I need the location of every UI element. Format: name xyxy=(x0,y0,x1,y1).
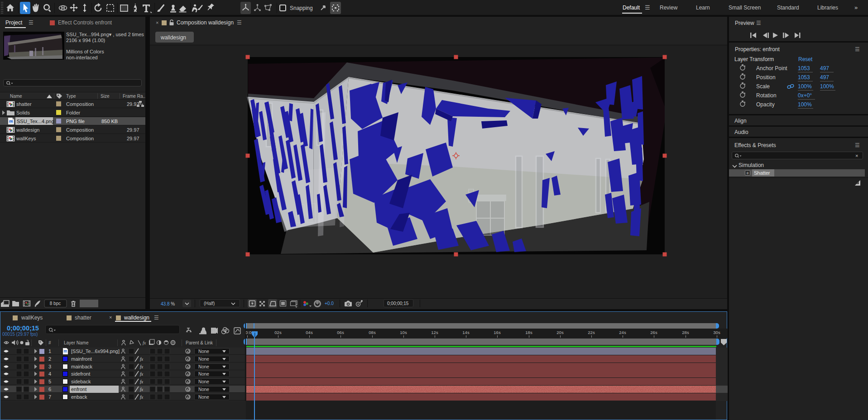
svg-text:fx: fx xyxy=(140,372,144,377)
svg-text:8 bpc: 8 bpc xyxy=(50,301,61,306)
svg-text:fx: fx xyxy=(143,340,146,345)
svg-text:fx: fx xyxy=(140,395,144,400)
svg-text:fx: fx xyxy=(140,387,144,392)
svg-text:Parent & Link: Parent & Link xyxy=(186,340,213,345)
svg-text:fx: fx xyxy=(140,357,144,362)
svg-text:None: None xyxy=(198,395,209,400)
svg-text:#: # xyxy=(48,340,51,345)
svg-text:fx: fx xyxy=(140,364,144,369)
svg-text:None: None xyxy=(198,387,209,392)
svg-text:None: None xyxy=(198,379,209,384)
svg-text:None: None xyxy=(198,349,209,354)
svg-text:None: None xyxy=(198,364,209,369)
svg-text:+0.0: +0.0 xyxy=(325,301,334,306)
svg-text:None: None xyxy=(198,357,209,362)
svg-text:fx: fx xyxy=(140,379,144,384)
svg-text:8: 8 xyxy=(747,171,749,175)
svg-text:Layer Name: Layer Name xyxy=(64,340,89,345)
svg-text:None: None xyxy=(198,372,209,377)
